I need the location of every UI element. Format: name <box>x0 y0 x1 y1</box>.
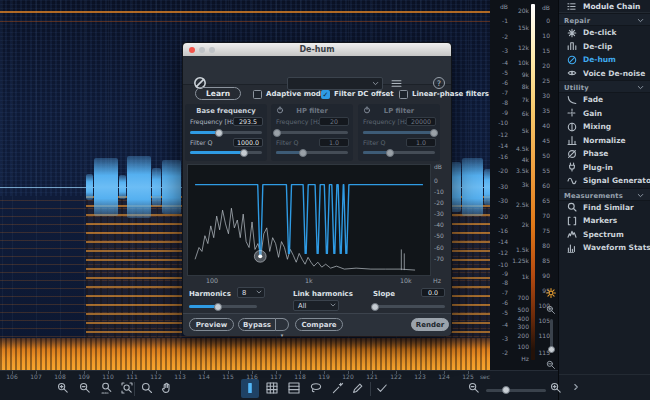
zoom-all-tool[interactable] <box>121 382 133 394</box>
preview-button[interactable]: Preview <box>189 318 234 331</box>
checkbox-linear-phase-filters[interactable]: Linear-phase filters <box>399 89 469 101</box>
sidebar-item-signal-generator[interactable]: Signal Generator <box>559 174 650 188</box>
sidebar-item-de-clip[interactable]: De-clip <box>559 40 650 54</box>
param-slider[interactable] <box>276 151 348 154</box>
sidebar-item-mixing[interactable]: Mixing <box>559 120 650 134</box>
checkbox-adaptive-mode[interactable]: Adaptive mode <box>253 89 323 101</box>
link-harmonics-value: All <box>298 302 306 310</box>
param-value[interactable]: 293.5 <box>233 117 263 126</box>
compare-button[interactable]: Compare <box>295 318 343 331</box>
horizontal-zoom-knob[interactable] <box>502 386 510 394</box>
waveform-burst <box>94 158 118 216</box>
slider-knob[interactable] <box>299 149 307 157</box>
sidebar-item-waveform-stats[interactable]: Waveform Stats <box>559 241 650 255</box>
checkbox-box[interactable]: ✓ <box>321 90 330 99</box>
slider-knob[interactable] <box>214 303 222 311</box>
bottom-toolbar: 1061071081091101111121131141151161171181… <box>0 370 558 400</box>
sidebar-item-label: Phase <box>583 149 608 158</box>
sidebar-item-fade[interactable]: Fade <box>559 93 650 107</box>
magnifier-tool[interactable] <box>141 382 153 394</box>
zoom-in-icon[interactable] <box>550 382 562 394</box>
slider-knob[interactable] <box>430 129 438 137</box>
slider-knob[interactable] <box>273 129 281 137</box>
link-harmonics-label: Link harmonics <box>293 290 353 298</box>
ruler-label: 106 <box>3 373 21 380</box>
sidebar-collapse-chevron-icon[interactable] <box>571 382 581 392</box>
render-button[interactable]: Render <box>411 318 449 331</box>
param-slider[interactable] <box>363 151 435 154</box>
waveform-burst <box>484 169 490 205</box>
ruler-label: 114 <box>195 373 213 380</box>
sidebar-section-header[interactable]: Repair <box>559 13 650 26</box>
zoom-out-icon[interactable] <box>468 382 480 394</box>
frequency-selection-tool[interactable] <box>288 382 300 394</box>
filter-response-plot[interactable] <box>187 164 431 276</box>
learn-button[interactable]: Learn <box>195 87 241 100</box>
checkbox-box[interactable] <box>399 90 408 99</box>
magic-wand-tool[interactable] <box>332 382 344 394</box>
dialog-options-row: Learn Adaptive mode✓Filter DC offsetLine… <box>183 87 451 103</box>
sidebar-item-de-hum[interactable]: De-hum <box>559 53 650 67</box>
param-value[interactable]: 20 <box>319 117 349 126</box>
de-hum-icon <box>567 55 577 65</box>
checkbox-filter-dc-offset[interactable]: ✓Filter DC offset <box>321 89 391 101</box>
time-frequency-selection-tool[interactable] <box>266 382 278 394</box>
axis-label: -12 <box>498 132 508 138</box>
param-value[interactable]: 20000 <box>406 117 436 126</box>
sidebar-section-header[interactable]: Measurements <box>559 188 650 201</box>
zoom-out-icon[interactable] <box>546 360 556 370</box>
sidebar-item-label: Mixing <box>583 122 611 131</box>
sidebar-section-header[interactable]: Utility <box>559 80 650 93</box>
check-tool[interactable] <box>376 382 388 394</box>
bypass-button[interactable]: Bypass <box>238 318 276 331</box>
param-slider[interactable] <box>363 131 435 134</box>
sidebar-item-markers[interactable]: Markers <box>559 214 650 228</box>
harmonics-stepper[interactable]: 8 <box>237 287 265 298</box>
sidebar-item-phase[interactable]: Phase <box>559 147 650 161</box>
sidebar-item-find-similar[interactable]: Find Similar <box>559 201 650 215</box>
brush-tool[interactable] <box>352 382 364 394</box>
hand-tool[interactable] <box>161 382 173 394</box>
panel-title: HP filter <box>271 107 353 115</box>
slider-knob[interactable] <box>240 149 248 157</box>
sidebar-item-plug-in[interactable]: Plug-in <box>559 161 650 175</box>
time-selection-tool[interactable] <box>244 382 256 394</box>
axis-label: 12k <box>518 45 529 51</box>
link-harmonics-select[interactable]: All <box>293 300 339 311</box>
sidebar-item-voice-de-noise[interactable]: Voice De-noise <box>559 67 650 81</box>
slope-slider[interactable] <box>373 305 445 308</box>
zoom-selection-tool[interactable] <box>101 382 113 394</box>
zoom-in-tool[interactable] <box>57 382 69 394</box>
slider-knob[interactable] <box>371 303 379 311</box>
sidebar-item-spectrum[interactable]: Spectrum <box>559 228 650 242</box>
checkbox-label: Adaptive mode <box>266 90 326 98</box>
axis-label: 500 <box>518 307 529 313</box>
param-slider[interactable] <box>190 131 262 134</box>
slope-value[interactable]: 0.0 <box>421 288 445 297</box>
brightness-sun-icon[interactable] <box>546 288 556 298</box>
slider-knob[interactable] <box>215 129 223 137</box>
param-label: Frequency [Hz] <box>190 118 238 125</box>
param-value[interactable]: 1.0 <box>406 138 436 147</box>
slider-knob[interactable] <box>386 149 394 157</box>
param-value[interactable]: 1000.0 <box>233 138 263 147</box>
ruler-label: 115 <box>219 373 237 380</box>
zoom-out-tool[interactable] <box>79 382 91 394</box>
lasso-selection-tool[interactable] <box>310 382 322 394</box>
sidebar-item-label: Waveform Stats <box>583 243 650 252</box>
sidebar-item-de-click[interactable]: De-click <box>559 26 650 40</box>
checkbox-box[interactable] <box>253 90 262 99</box>
vertical-zoom-knob[interactable] <box>548 346 555 353</box>
param-value[interactable]: 1.0 <box>319 138 349 147</box>
param-slider[interactable] <box>190 151 262 154</box>
dialog-titlebar[interactable]: De-hum <box>183 43 451 56</box>
sidebar-item-module-chain[interactable]: Module Chain <box>559 0 650 13</box>
axis-label: -8 <box>502 280 508 286</box>
harmonics-slider[interactable] <box>189 305 257 308</box>
param-slider[interactable] <box>276 131 348 134</box>
sidebar-item-normalize[interactable]: Normalize <box>559 134 650 148</box>
zoom-in-icon[interactable] <box>546 305 556 315</box>
horizontal-zoom-slider[interactable] <box>486 389 546 392</box>
sidebar-item-gain[interactable]: Gain <box>559 107 650 121</box>
bypass-dropdown[interactable]: ▾ <box>276 318 289 331</box>
